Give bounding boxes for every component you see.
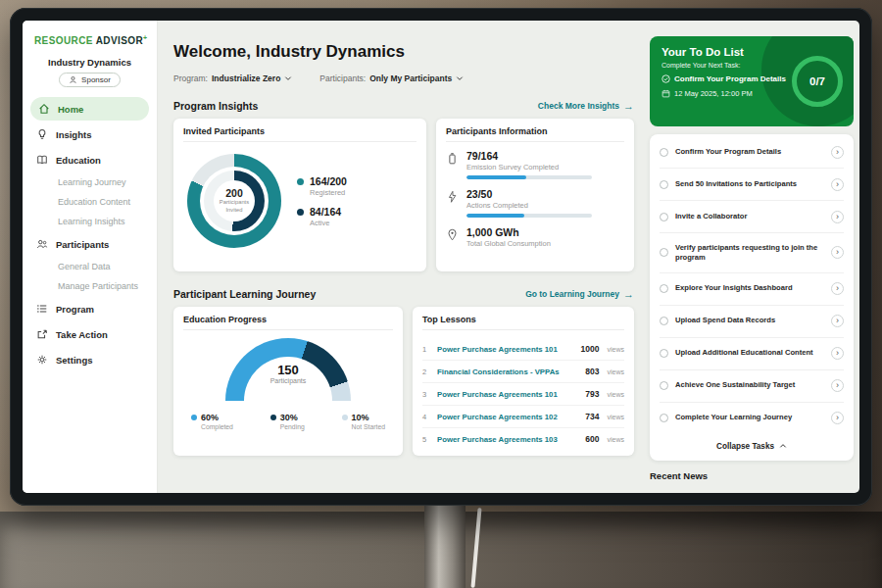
sidebar-item-general-data[interactable]: General Data: [23, 257, 157, 276]
lesson-row: 3 Power Purchase Agreements 101 793 view…: [422, 383, 624, 406]
check-circle-icon: [662, 74, 670, 83]
top-lessons-card: Top Lessons 1 Power Purchase Agreements …: [413, 307, 634, 456]
todo-task-list: Confirm Your Program Details › Send 50 I…: [650, 134, 854, 461]
monitor-bezel: RESOURCE ADVISOR+ Industry Dynamics Spon…: [10, 8, 872, 506]
task-row[interactable]: Upload Additional Educational Content ›: [660, 338, 844, 370]
donut-center-value: 200: [225, 187, 243, 199]
participants-filter-value: Only My Participants: [369, 74, 452, 83]
info-value: 23/50: [466, 188, 592, 200]
chevron-right-icon[interactable]: ›: [831, 379, 844, 392]
gear-icon: [36, 354, 48, 366]
task-row[interactable]: Invite a Collaborator ›: [660, 201, 844, 233]
program-filter[interactable]: Program: Industrialize Zero: [173, 74, 292, 83]
task-row[interactable]: Complete Your Learning Journey ›: [660, 403, 844, 434]
chevron-right-icon[interactable]: ›: [831, 178, 844, 191]
chevron-right-icon[interactable]: ›: [831, 315, 844, 327]
info-row-consumption: 1,000 GWh Total Global Consumption: [446, 226, 624, 252]
check-more-insights-link[interactable]: Check More Insights →: [538, 101, 634, 112]
task-label: Upload Additional Educational Content: [675, 348, 824, 358]
sidebar-item-education-content[interactable]: Education Content: [23, 192, 157, 212]
go-to-learning-journey-link[interactable]: Go to Learning Journey →: [525, 289, 634, 300]
todo-header-card: Your To Do List Complete Your Next Task:…: [650, 36, 854, 126]
lesson-title-link[interactable]: Financial Considerations - VPPAs: [437, 368, 579, 376]
action-arrow-icon: [36, 328, 48, 340]
info-row-actions: 23/50 Actions Completed: [446, 188, 624, 218]
monitor-stand: [424, 504, 466, 588]
task-row[interactable]: Confirm Your Program Details ›: [660, 136, 844, 169]
sidebar: RESOURCE ADVISOR+ Industry Dynamics Spon…: [23, 21, 158, 493]
app-logo: RESOURCE ADVISOR+: [23, 34, 157, 46]
lightning-icon: [446, 190, 459, 204]
lesson-row: 5 Power Purchase Agreements 103 600 view…: [422, 428, 624, 450]
legend-value: 164/200: [310, 175, 347, 187]
task-checkbox[interactable]: [660, 180, 668, 189]
task-label: Upload Spend Data Records: [675, 316, 824, 325]
task-checkbox[interactable]: [660, 148, 668, 157]
task-row[interactable]: Verify participants requesting to join t…: [660, 233, 844, 273]
chevron-right-icon[interactable]: ›: [831, 211, 844, 223]
todo-next-task[interactable]: Confirm Your Program Details: [662, 74, 791, 83]
sidebar-item-take-action[interactable]: Take Action: [23, 321, 157, 347]
sidebar-item-participants[interactable]: Participants: [23, 231, 157, 257]
sidebar-item-learning-journey[interactable]: Learning Journey: [23, 172, 157, 192]
book-icon: [36, 154, 48, 166]
page-title: Welcome, Industry Dynamics: [173, 42, 634, 62]
todo-next-task-label: Confirm Your Program Details: [674, 74, 786, 83]
task-checkbox[interactable]: [660, 248, 668, 257]
task-checkbox[interactable]: [660, 414, 668, 422]
task-row[interactable]: Upload Spend Data Records ›: [660, 306, 844, 338]
task-checkbox[interactable]: [660, 284, 668, 293]
task-checkbox[interactable]: [660, 381, 668, 390]
lesson-title-link[interactable]: Power Purchase Agreements 102: [437, 413, 579, 421]
location-pin-icon: [446, 228, 459, 242]
lesson-title-link[interactable]: Power Purchase Agreements 103: [437, 435, 579, 444]
task-checkbox[interactable]: [660, 317, 668, 325]
lesson-views: 1000: [581, 344, 600, 354]
participants-filter[interactable]: Participants: Only My Participants: [319, 74, 464, 83]
sidebar-item-label: Education: [56, 155, 101, 166]
sidebar-item-home[interactable]: Home: [30, 97, 149, 121]
link-label: Go to Learning Journey: [525, 289, 619, 299]
sidebar-item-learning-insights[interactable]: Learning Insights: [23, 212, 157, 231]
task-label: Achieve One Sustainability Target: [675, 380, 824, 390]
sidebar-item-settings[interactable]: Settings: [23, 347, 157, 372]
legend-item-active: 84/164 Active: [297, 206, 347, 227]
education-gauge-chart: 150 Participants: [225, 338, 351, 401]
task-row[interactable]: Send 50 Invitations to Participants ›: [660, 169, 844, 201]
lesson-title-link[interactable]: Power Purchase Agreements 101: [437, 345, 575, 354]
sidebar-item-program[interactable]: Program: [23, 296, 157, 321]
chevron-right-icon[interactable]: ›: [831, 412, 844, 424]
lesson-rank: 2: [422, 368, 431, 376]
sidebar-nav: Home Insights Education Learning Journey…: [23, 97, 157, 372]
sidebar-item-manage-participants[interactable]: Manage Participants: [23, 276, 157, 296]
lesson-title-link[interactable]: Power Purchase Agreements 101: [437, 390, 579, 399]
task-checkbox[interactable]: [660, 213, 668, 221]
task-row[interactable]: Explore Your Insights Dashboard ›: [660, 273, 844, 306]
lesson-views-label: views: [607, 346, 624, 353]
legend-item-pending: 30%Pending: [270, 413, 305, 430]
sponsor-label: Sponsor: [81, 75, 111, 84]
task-label: Verify participants requesting to join t…: [675, 243, 824, 264]
chevron-right-icon[interactable]: ›: [831, 246, 844, 259]
chevron-right-icon[interactable]: ›: [831, 146, 844, 159]
legend-value: 84/164: [310, 206, 341, 218]
logo-advisor: ADVISOR: [96, 35, 143, 46]
person-icon: [69, 75, 77, 84]
card-title: Education Progress: [183, 315, 393, 330]
battery-icon: [446, 152, 459, 166]
task-label: Invite a Collaborator: [675, 212, 824, 221]
lesson-views-label: views: [607, 368, 624, 375]
sponsor-badge[interactable]: Sponsor: [59, 73, 121, 87]
sidebar-item-education[interactable]: Education: [23, 147, 157, 172]
todo-progress-value: 0/7: [809, 75, 825, 87]
chevron-right-icon[interactable]: ›: [831, 282, 844, 295]
task-row[interactable]: Achieve One Sustainability Target ›: [660, 370, 844, 403]
task-label: Confirm Your Program Details: [675, 147, 824, 157]
legend-dot: [297, 178, 304, 185]
task-checkbox[interactable]: [660, 349, 668, 358]
lesson-row: 4 Power Purchase Agreements 102 734 view…: [422, 406, 624, 428]
sidebar-item-insights[interactable]: Insights: [23, 122, 157, 147]
collapse-tasks-link[interactable]: Collapse Tasks: [660, 434, 844, 459]
chevron-right-icon[interactable]: ›: [831, 347, 844, 360]
legend-label: Active: [310, 219, 341, 227]
